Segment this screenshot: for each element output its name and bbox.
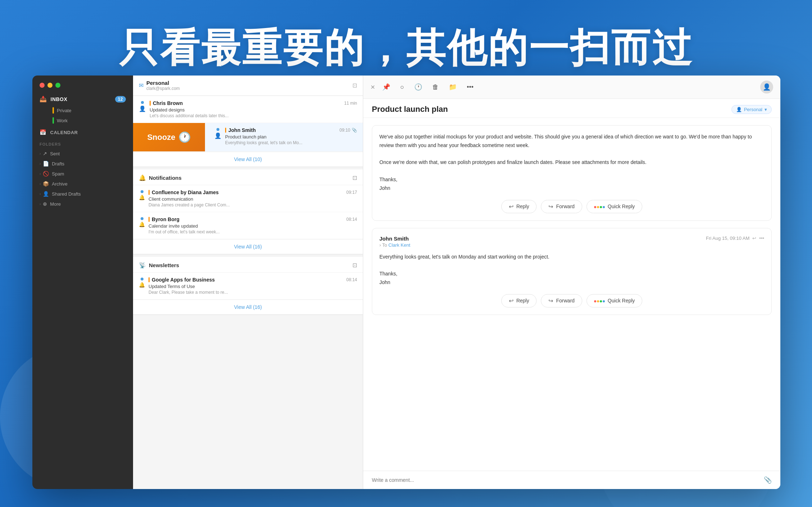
- notifications-view-all[interactable]: View All (16): [133, 239, 363, 254]
- unread-dot-3: [141, 190, 143, 193]
- sidebar-item-sent[interactable]: › ↗ Sent: [32, 149, 133, 159]
- forward-icon-2: ↪: [548, 297, 553, 304]
- personal-view-all[interactable]: View All (10): [133, 152, 363, 166]
- close-icon[interactable]: ✕: [370, 84, 375, 91]
- email-item-chris-brown[interactable]: 👤 Chris Brown 11 min Updated designs Let…: [133, 96, 363, 123]
- priority-indicator: [150, 101, 151, 106]
- personal-archive-icon[interactable]: ⊡: [352, 82, 357, 89]
- folders-label: Folders: [32, 138, 133, 149]
- recipient-name-2: Clark Kent: [388, 242, 410, 248]
- spam-icon: 🚫: [43, 171, 49, 177]
- notifications-archive-icon[interactable]: ⊡: [352, 174, 357, 181]
- priority-5: [149, 277, 150, 282]
- email-content: Chris Brown 11 min Updated designs Let's…: [150, 100, 357, 118]
- email-subject-5: Updated Terms of Use: [149, 284, 357, 289]
- forward-label-2: Forward: [556, 298, 574, 303]
- sidebar-item-archive[interactable]: › 📦 Archive: [32, 179, 133, 189]
- sent-chevron: ›: [40, 152, 41, 156]
- avatar-icon-2: 👤: [214, 132, 222, 139]
- forward-label-1: Forward: [556, 204, 574, 209]
- notification-bell-icon: 🔔: [139, 174, 146, 181]
- sidebar-item-private[interactable]: Private: [49, 105, 129, 115]
- private-dot: [53, 107, 54, 114]
- reply-button-2[interactable]: ↩ Reply: [501, 294, 537, 307]
- newsletters-title: Newsletters: [149, 262, 352, 268]
- personal-envelope-icon: ✉: [139, 82, 143, 89]
- newsletters-view-all[interactable]: View All (16): [133, 300, 363, 314]
- email-subject-3: Client communication: [149, 196, 357, 202]
- sidebar: 📥 INBOX 12 Private Work 📅 CALENDAR Folde…: [32, 76, 133, 489]
- email-item-byron[interactable]: 🔔 Byron Borg 08:14 Calendar invite updat…: [133, 212, 363, 239]
- sidebar-item-calendar[interactable]: 📅 CALENDAR: [32, 127, 133, 138]
- drafts-label: Drafts: [52, 161, 64, 166]
- quick-reply-button-1[interactable]: Quick Reply: [587, 200, 642, 213]
- attachment-icon: 📎: [352, 128, 357, 133]
- email-subject-2: Product launch plan: [225, 134, 357, 140]
- message-more-icon[interactable]: •••: [759, 236, 764, 241]
- email-detail-panel: ✕ 📌 ○ 🕐 🗑 📁 ••• 👤 Product launch plan 👤 …: [363, 76, 780, 489]
- reply-button-1[interactable]: ↩ Reply: [501, 200, 537, 213]
- sidebar-item-inbox[interactable]: 📥 INBOX 12: [36, 93, 129, 105]
- email-item-john-smith[interactable]: Snooze 🕐 👤 John Smith 09:10 📎 Product la…: [133, 123, 363, 152]
- email-subject-4: Calendar invite updated: [149, 223, 357, 229]
- comment-input[interactable]: [372, 477, 764, 483]
- message-actions-2: ↩ Reply ↪ Forward: [379, 294, 764, 307]
- reply-icon-2: ↩: [509, 297, 514, 304]
- message-body-1: We've also put together initial mockups …: [379, 133, 764, 193]
- email-content-4: Byron Borg 08:14 Calendar invite updated…: [149, 216, 357, 234]
- account-badge[interactable]: 👤 Personal ▾: [731, 105, 772, 114]
- forward-button-2[interactable]: ↪ Forward: [541, 294, 582, 307]
- email-item-confluence[interactable]: 🔔 Confluence by Diana James 09:17 Client…: [133, 185, 363, 212]
- pin-icon[interactable]: 📌: [381, 82, 392, 92]
- message-reply-action-icon[interactable]: ↩: [752, 236, 756, 241]
- account-badge-label: Personal: [744, 107, 762, 112]
- sender-name-4: Byron Borg: [152, 216, 346, 222]
- comment-bar: 📎: [363, 471, 780, 489]
- email-item-left-5: 🔔: [139, 277, 145, 295]
- traffic-light-fullscreen[interactable]: [55, 83, 60, 88]
- clock-icon[interactable]: 🕐: [413, 82, 424, 92]
- personal-section-header: ✉ Personal clark@spark.com ⊡: [133, 76, 363, 96]
- sender-name-2: John Smith: [228, 127, 339, 133]
- sidebar-item-more[interactable]: › ⊕ More: [32, 199, 133, 209]
- more-chevron: ›: [40, 202, 41, 206]
- hero-title: 只看最重要的，其他的一扫而过: [0, 0, 812, 75]
- email-preview: Let's discuss additional details later t…: [150, 113, 357, 118]
- sidebar-item-drafts[interactable]: › 📄 Drafts: [32, 159, 133, 169]
- sent-icon: ↗: [43, 151, 47, 156]
- sidebar-item-shared-drafts[interactable]: › 👤 Shared Drafts: [32, 189, 133, 199]
- email-time: 11 min: [344, 101, 357, 106]
- newsletters-archive-icon[interactable]: ⊡: [352, 262, 357, 269]
- traffic-light-minimize[interactable]: [47, 83, 53, 88]
- personal-email: clark@spark.com: [146, 86, 352, 91]
- forward-button-1[interactable]: ↪ Forward: [541, 200, 582, 213]
- attachment-button[interactable]: 📎: [764, 476, 772, 484]
- traffic-light-close[interactable]: [40, 83, 45, 88]
- sidebar-item-spam[interactable]: › 🚫 Spam: [32, 169, 133, 179]
- forward-icon-1: ↪: [548, 203, 553, 210]
- app-window: 📥 INBOX 12 Private Work 📅 CALENDAR Folde…: [32, 76, 780, 489]
- trash-icon[interactable]: 🗑: [431, 82, 440, 92]
- bell-icon-5: 🔔: [139, 282, 145, 288]
- user-avatar[interactable]: 👤: [760, 81, 773, 93]
- circle-icon[interactable]: ○: [399, 82, 406, 92]
- inbox-icon: 📥: [40, 96, 47, 102]
- spam-label: Spam: [52, 171, 64, 177]
- quick-reply-button-2[interactable]: Quick Reply: [587, 294, 642, 307]
- folder-icon[interactable]: 📁: [447, 82, 458, 92]
- newsletters-section: 📡 Newsletters ⊡ 🔔 Google Apps for Busine…: [133, 257, 363, 314]
- shared-drafts-chevron: ›: [40, 192, 41, 196]
- more-icon-toolbar[interactable]: •••: [465, 82, 475, 92]
- work-dot: [53, 117, 54, 124]
- email-item-left-4: 🔔: [139, 216, 145, 234]
- spam-chevron: ›: [40, 172, 41, 176]
- personal-header-content: Personal clark@spark.com: [146, 80, 352, 91]
- email-item-google[interactable]: 🔔 Google Apps for Business 08:14 Updated…: [133, 273, 363, 300]
- sidebar-item-work[interactable]: Work: [49, 115, 129, 125]
- message-recipient-2: › To Clark Kent: [379, 242, 410, 248]
- email-preview-2: Everything looks great, let's talk on Mo…: [225, 140, 357, 145]
- priority-3: [149, 190, 150, 195]
- email-time-4: 08:14: [346, 217, 357, 222]
- priority-indicator-2: [225, 128, 226, 133]
- message-sender-info: John Smith › To Clark Kent: [379, 236, 410, 248]
